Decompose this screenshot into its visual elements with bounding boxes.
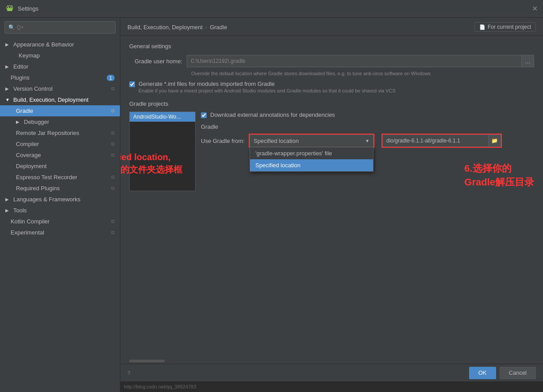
sidebar-item-debugger[interactable]: ▶ Debugger [0,116,120,127]
gradle-user-home-row: Gradle user home: … [129,55,534,67]
project-icon: 📄 [479,24,485,30]
content-area: 🔍 ▶ Appearance & Behavior Keymap ▶ Edito… [0,18,543,392]
arrow-icon: ▶ [5,42,11,47]
copy-icon: ⧉ [111,174,115,180]
url-text: http://blog.csdn.net/qq_38924783 [124,384,196,389]
breadcrumb-part1: Build, Execution, Deployment [127,24,203,31]
bottom-buttons: OK Cancel [469,367,536,379]
sidebar-item-appearance[interactable]: ▶ Appearance & Behavior [0,39,120,50]
spacer [11,53,16,58]
download-annotations-checkbox[interactable] [201,112,207,118]
copy-icon: ⧉ [111,185,115,191]
gradle-path-browse-button[interactable]: 📁 [489,135,501,147]
svg-point-2 [8,7,9,8]
sidebar-item-editor[interactable]: ▶ Editor [0,61,120,72]
svg-line-5 [12,5,12,6]
dropdown-option-wrapper[interactable]: 'gradle-wrapper.properties' file [250,147,373,159]
current-project-button[interactable]: 📄 For current project [474,22,536,32]
cancel-button[interactable]: Cancel [500,367,536,379]
sidebar-item-espresso[interactable]: Espresso Test Recorder ⧉ [0,172,120,183]
dropdown-arrow-icon: ▼ [365,138,370,143]
sidebar-item-kotlin[interactable]: Kotlin Compiler ⧉ [0,216,120,227]
search-icon: 🔍 [8,24,15,31]
scrollbar-thumb[interactable] [129,360,165,362]
download-annotations-label: Download external annotations for depend… [210,111,335,118]
breadcrumb-part2: Gradle [210,24,227,31]
bottom-bar: ? OK Cancel [120,364,543,381]
svg-rect-1 [7,8,12,11]
sidebar-item-coverage[interactable]: Coverage ⧉ [0,150,120,161]
copy-icon: ⧉ [111,219,115,224]
scrollbar-area [120,358,543,364]
sidebar-item-experimental[interactable]: Experimental ⧉ [0,227,120,238]
sidebar-nav: ▶ Appearance & Behavior Keymap ▶ Editor … [0,37,120,392]
arrow-icon: ▶ [5,197,11,202]
gradle-projects-title: Gradle projects [129,100,534,107]
main-header: Build, Execution, Deployment › Gradle 📄 … [120,18,543,36]
copy-icon: ⧉ [111,152,115,158]
copy-icon: ⧉ [111,230,115,235]
project-list-item[interactable]: AndroidStudio-Wo… [130,112,195,122]
gradle-settings: Download external annotations for depend… [201,111,534,148]
main-panel: Build, Execution, Deployment › Gradle 📄 … [120,18,543,392]
plugins-badge: 1 [107,75,115,81]
use-gradle-label: Use Gradle from: [201,138,245,144]
project-label: For current project [488,24,531,30]
dropdown-menu: 'gradle-wrapper.properties' file Specifi… [250,147,374,172]
copy-icon: ⧉ [111,130,115,136]
sidebar-item-keymap[interactable]: Keymap [0,50,120,61]
annotation-6-text: 6.选择你的 Gradle解压目录 [464,162,534,189]
search-box[interactable]: 🔍 [4,21,116,34]
title-bar: Settings ✕ [0,0,543,18]
use-gradle-dropdown-container: Specified location ▼ 'gradle-wrapper.pro… [249,134,374,148]
gradle-user-home-label: Gradle user home: [129,58,187,65]
sidebar-item-required-plugins[interactable]: Required Plugins ⧉ [0,183,120,194]
sidebar-item-deployment[interactable]: Deployment [0,161,120,172]
arrow-icon: ▶ [5,208,11,213]
android-icon [5,4,14,13]
checkbox-label: Generate *.iml files for modules importe… [139,81,396,87]
help-icon[interactable]: ? [127,370,130,376]
gradle-path-input-wrap: 📁 [381,134,502,148]
copy-icon: ⧉ [111,108,115,114]
arrow-icon: ▶ [16,119,21,124]
download-annotations-row: Download external annotations for depend… [201,111,534,118]
breadcrumb-separator: › [205,24,207,31]
gradle-user-home-input[interactable] [187,55,522,67]
copy-icon: ⧉ [111,141,115,147]
sidebar-item-compiler[interactable]: Compiler ⧉ [0,138,120,150]
use-gradle-dropdown[interactable]: Specified location ▼ [250,135,374,147]
search-input[interactable] [17,24,112,31]
dropdown-value: Specified location [254,138,299,144]
sidebar-item-gradle[interactable]: Gradle ⧉ [0,105,120,116]
ok-button[interactable]: OK [469,367,496,379]
sidebar-item-remote-jar[interactable]: Remote Jar Repositories ⧉ [0,127,120,138]
browse-button[interactable]: … [522,55,534,67]
gradle-box: Gradle Use Gradle from: Specified locati… [201,123,534,148]
copy-icon: ⧉ [111,86,115,92]
gradle-hint: Override the default location where Grad… [191,71,534,76]
sidebar-item-version-control[interactable]: ▶ Version Control ⧉ [0,83,120,94]
breadcrumb: Build, Execution, Deployment › Gradle [127,24,227,31]
sidebar-item-languages[interactable]: ▶ Languages & Frameworks [0,194,120,205]
window-title: Settings [18,5,39,12]
sidebar: 🔍 ▶ Appearance & Behavior Keymap ▶ Edito… [0,18,120,392]
sidebar-item-tools[interactable]: ▶ Tools [0,205,120,216]
sidebar-item-plugins[interactable]: Plugins 1 [0,72,120,83]
generate-iml-row: Generate *.iml files for modules importe… [129,81,534,93]
arrow-icon: ▶ [5,86,11,91]
svg-line-4 [8,5,8,6]
dropdown-option-specified[interactable]: Specified location [250,159,373,171]
annotation-5-text: 5.选择Specified location, 之后出现后面的文件夹选择框 [120,151,182,176]
sidebar-item-build[interactable]: ▼ Build, Execution, Deployment [0,94,120,105]
arrow-icon: ▶ [5,64,11,69]
arrow-down-icon: ▼ [5,97,11,102]
generate-iml-checkbox[interactable] [129,81,135,87]
close-button[interactable]: ✕ [532,4,538,13]
main-content: General settings Gradle user home: … Ove… [120,36,543,358]
gradle-path-input[interactable] [382,135,489,147]
svg-point-3 [11,7,12,8]
use-gradle-row: Use Gradle from: Specified location ▼ [201,134,534,148]
general-settings-title: General settings [129,43,534,50]
settings-window: Settings ✕ 🔍 ▶ Appearance & Behavior Key… [0,0,543,392]
